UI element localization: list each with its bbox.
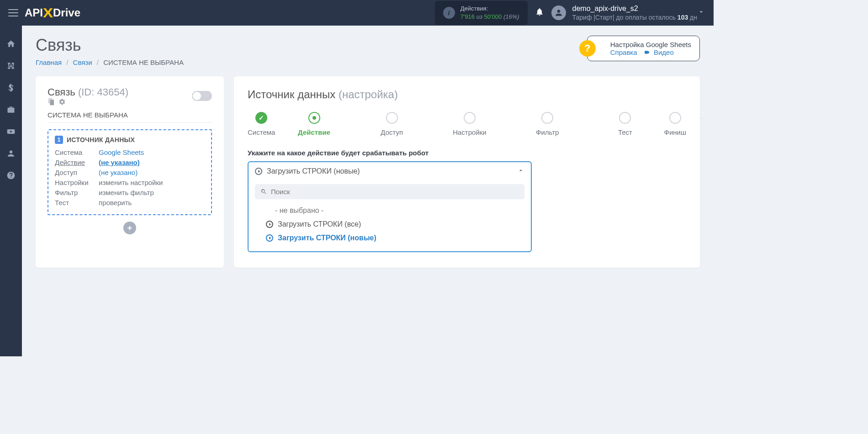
kv-row: СистемаGoogle Sheets bbox=[55, 148, 205, 156]
info-icon: i bbox=[443, 7, 455, 19]
briefcase-icon[interactable] bbox=[6, 105, 16, 114]
left-card: Связь (ID: 43654) СИСТЕМА НЕ ВЫБРАНА 1 И… bbox=[36, 76, 224, 268]
kv-row: Тестпроверить bbox=[55, 199, 205, 206]
crumb-home[interactable]: Главная bbox=[36, 58, 62, 66]
logo-text-2: Drive bbox=[53, 6, 80, 19]
block-badge: 1 bbox=[55, 136, 63, 144]
help-video-link[interactable]: Видео bbox=[654, 48, 674, 56]
user-name: demo_apix-drive_s2 bbox=[572, 4, 697, 14]
search-input[interactable] bbox=[271, 188, 519, 196]
step-система[interactable]: Система bbox=[248, 112, 275, 136]
home-icon[interactable] bbox=[6, 39, 16, 48]
search-box bbox=[255, 184, 524, 199]
connections-icon[interactable] bbox=[6, 61, 16, 70]
option-all[interactable]: Загрузить СТРОКИ (все) bbox=[255, 217, 524, 231]
kv-value: изменить фильтр bbox=[99, 189, 154, 196]
search-icon bbox=[260, 188, 267, 195]
help-title: Настройка Google Sheets bbox=[610, 41, 691, 48]
step-фильтр[interactable]: Фильтр bbox=[508, 112, 586, 136]
selected-text: Загрузить СТРОКИ (новые) bbox=[267, 167, 517, 175]
kv-value[interactable]: (не указано) bbox=[99, 169, 138, 176]
user-icon[interactable] bbox=[6, 149, 16, 158]
right-title: Источник данных (настройка) bbox=[248, 88, 686, 101]
actions-pill[interactable]: i Действия: 7'916 из 50'000 (16%) bbox=[435, 1, 528, 24]
chevron-down-icon[interactable] bbox=[697, 8, 705, 18]
actions-text: Действия: 7'916 из 50'000 (16%) bbox=[460, 5, 519, 21]
sidebar bbox=[0, 26, 22, 356]
kv-value[interactable]: (не указано) bbox=[99, 159, 140, 166]
logo-x: X bbox=[43, 5, 53, 21]
chevron-up-icon bbox=[517, 167, 524, 176]
block-title: ИСТОЧНИК ДАННЫХ bbox=[67, 136, 135, 143]
user-block[interactable]: demo_apix-drive_s2 Тариф |Старт| до опла… bbox=[572, 4, 697, 22]
play-icon bbox=[266, 221, 273, 228]
help-icon[interactable] bbox=[6, 171, 16, 180]
page-title: Связь bbox=[36, 36, 184, 55]
step-действие[interactable]: Действие bbox=[275, 112, 353, 136]
kv-key: Доступ bbox=[55, 169, 99, 176]
video-icon[interactable] bbox=[6, 127, 16, 136]
kv-key: Тест bbox=[55, 199, 99, 206]
menu-icon[interactable] bbox=[8, 9, 18, 16]
kv-row: Действие(не указано) bbox=[55, 159, 205, 166]
logo-text-1: API bbox=[25, 6, 43, 19]
left-title: Связь (ID: 43654) bbox=[48, 86, 128, 106]
question-icon: ? bbox=[579, 40, 596, 57]
add-button[interactable]: + bbox=[123, 222, 136, 234]
camera-icon bbox=[644, 48, 652, 56]
option-new[interactable]: Загрузить СТРОКИ (новые) bbox=[255, 231, 524, 245]
main: Связь Главная / Связи / СИСТЕМА НЕ ВЫБРА… bbox=[22, 26, 714, 356]
enable-toggle[interactable] bbox=[192, 91, 212, 101]
kv-key: Действие bbox=[55, 159, 99, 166]
kv-key: Настройки bbox=[55, 179, 99, 186]
field-label: Укажите на какое действие будет срабатыв… bbox=[248, 149, 686, 157]
step-настройки[interactable]: Настройки bbox=[431, 112, 508, 136]
copy-icon[interactable] bbox=[48, 98, 55, 106]
step-тест[interactable]: Тест bbox=[586, 112, 664, 136]
dropdown-selected[interactable]: Загрузить СТРОКИ (новые) bbox=[249, 162, 531, 180]
kv-key: Фильтр bbox=[55, 189, 99, 196]
gear-icon[interactable] bbox=[58, 98, 66, 106]
logo[interactable]: APIXDrive bbox=[25, 5, 80, 21]
system-name: СИСТЕМА НЕ ВЫБРАНА bbox=[48, 111, 212, 123]
dollar-icon[interactable] bbox=[6, 83, 16, 92]
play-icon bbox=[255, 168, 262, 175]
bell-icon[interactable] bbox=[535, 7, 544, 19]
option-none[interactable]: - не выбрано - bbox=[255, 204, 524, 217]
source-block: 1 ИСТОЧНИК ДАННЫХ СистемаGoogle SheetsДе… bbox=[48, 129, 212, 215]
kv-value: проверить bbox=[99, 199, 132, 206]
user-tariff: Тариф |Старт| до оплаты осталось 103 дн bbox=[572, 13, 697, 22]
help-box: ? Настройка Google Sheets Справка Видео bbox=[587, 36, 700, 61]
help-ref-link[interactable]: Справка bbox=[610, 48, 637, 56]
action-dropdown: Загрузить СТРОКИ (новые) - не выбрано - bbox=[248, 161, 532, 252]
crumb-links[interactable]: Связи bbox=[73, 58, 92, 66]
step-доступ[interactable]: Доступ bbox=[353, 112, 431, 136]
kv-value[interactable]: Google Sheets bbox=[99, 148, 144, 156]
avatar-icon[interactable] bbox=[551, 5, 566, 20]
step-финиш[interactable]: Финиш bbox=[664, 112, 686, 136]
play-icon bbox=[266, 234, 273, 242]
kv-key: Система bbox=[55, 148, 99, 156]
topbar: APIXDrive i Действия: 7'916 из 50'000 (1… bbox=[0, 0, 714, 26]
kv-row: Доступ(не указано) bbox=[55, 169, 205, 176]
kv-value: изменить настройки bbox=[99, 179, 163, 186]
kv-row: Фильтризменить фильтр bbox=[55, 189, 205, 196]
right-card: Источник данных (настройка) СистемаДейст… bbox=[234, 76, 700, 268]
stepper: СистемаДействиеДоступНастройкиФильтрТест… bbox=[248, 112, 686, 136]
kv-row: Настройкиизменить настройки bbox=[55, 179, 205, 186]
crumb-current: СИСТЕМА НЕ ВЫБРАНА bbox=[103, 58, 184, 66]
breadcrumb: Главная / Связи / СИСТЕМА НЕ ВЫБРАНА bbox=[36, 58, 184, 66]
